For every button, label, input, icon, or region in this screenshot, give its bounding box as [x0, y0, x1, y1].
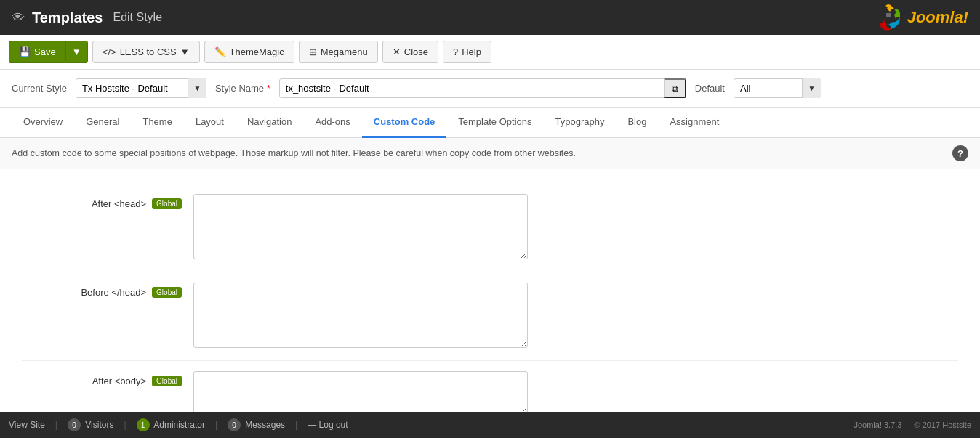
tab-typography[interactable]: Typography — [543, 108, 616, 138]
eye-icon: 👁 — [12, 10, 25, 25]
logout-group: — Log out — [308, 420, 348, 430]
help-icon: ? — [453, 46, 458, 57]
messages-group: 0 Messages — [228, 418, 285, 431]
style-name-input-wrap: ⧉ — [279, 78, 686, 98]
page-title: Templates — [32, 9, 103, 26]
tab-template-options[interactable]: Template Options — [446, 108, 543, 138]
messages-link[interactable]: Messages — [245, 420, 285, 430]
before-close-head-global-badge: Global — [152, 287, 182, 298]
save-dropdown-button[interactable]: ▼ — [65, 41, 88, 63]
help-circle-icon[interactable]: ? — [952, 145, 968, 161]
save-button[interactable]: 💾 Save — [9, 41, 65, 63]
top-bar: 👁 Templates Edit Style Joomla! — [0, 0, 980, 35]
tab-overview[interactable]: Overview — [12, 108, 74, 138]
joomla-icon-svg — [874, 3, 903, 32]
help-button[interactable]: ? Help — [443, 41, 491, 63]
megamenu-button[interactable]: ⊞ Megamenu — [299, 41, 378, 63]
current-style-label: Current Style — [12, 83, 67, 94]
toolbar: 💾 Save ▼ </> LESS to CSS ▼ ✏️ ThemeMagic… — [0, 35, 980, 70]
current-style-select-wrap: Tx Hostsite - Default ▼ — [76, 78, 206, 98]
before-close-head-textarea[interactable] — [193, 283, 528, 348]
after-head-input-wrap — [193, 194, 528, 261]
default-label: Default — [695, 83, 725, 94]
joomla-text: Joomla! — [907, 8, 968, 27]
tab-layout[interactable]: Layout — [184, 108, 236, 138]
before-close-head-input-wrap — [193, 283, 528, 350]
style-name-input[interactable] — [279, 78, 686, 98]
default-select-wrap: All ▼ — [734, 78, 821, 98]
messages-count-badge: 0 — [228, 418, 241, 431]
visitors-group: 0 Visitors — [68, 418, 113, 431]
close-icon: ✕ — [393, 46, 401, 57]
footer-divider-4: | — [295, 420, 297, 430]
wand-icon: ✏️ — [214, 46, 226, 57]
save-icon: 💾 — [19, 46, 31, 57]
top-bar-left: 👁 Templates Edit Style — [12, 9, 162, 26]
administrator-group: 1 Administrator — [137, 418, 205, 431]
current-style-select[interactable]: Tx Hostsite - Default — [76, 78, 206, 98]
theme-magic-button[interactable]: ✏️ ThemeMagic — [204, 41, 294, 63]
before-close-head-label-wrap: Before </head> Global — [22, 283, 182, 298]
style-name-copy-button[interactable]: ⧉ — [664, 78, 686, 98]
after-body-input-wrap — [193, 371, 528, 417]
style-name-label: Style Name * — [215, 83, 270, 94]
info-bar-text: Add custom code to some special position… — [12, 148, 576, 158]
logout-arrow-icon: — — [308, 420, 316, 430]
footer-divider-2: | — [124, 420, 126, 430]
after-head-textarea[interactable] — [193, 194, 528, 259]
style-row: Current Style Tx Hostsite - Default ▼ St… — [0, 70, 980, 108]
tab-theme[interactable]: Theme — [131, 108, 183, 138]
close-button[interactable]: ✕ Close — [382, 41, 438, 63]
footer-divider-1: | — [55, 420, 57, 430]
default-select[interactable]: All — [734, 78, 821, 98]
content-area: After <head> Global Before </head> Globa… — [0, 169, 980, 438]
tab-blog[interactable]: Blog — [616, 108, 658, 138]
less-to-css-button[interactable]: </> LESS to CSS ▼ — [92, 41, 200, 63]
tab-assignment[interactable]: Assignment — [658, 108, 731, 138]
info-bar: Add custom code to some special position… — [0, 138, 980, 169]
footer: View Site | 0 Visitors | 1 Administrator… — [0, 412, 980, 438]
visitors-count-badge: 0 — [68, 418, 81, 431]
after-head-global-badge: Global — [152, 198, 182, 209]
after-body-textarea[interactable] — [193, 371, 528, 415]
after-body-global-badge: Global — [152, 376, 182, 386]
footer-left: View Site | 0 Visitors | 1 Administrator… — [9, 418, 348, 431]
after-head-label-wrap: After <head> Global — [22, 194, 182, 209]
tabs-bar: Overview General Theme Layout Navigation… — [0, 108, 980, 138]
before-close-head-row: Before </head> Global — [22, 272, 958, 361]
administrator-link[interactable]: Administrator — [153, 420, 205, 430]
tab-navigation[interactable]: Navigation — [236, 108, 303, 138]
footer-divider-3: | — [215, 420, 217, 430]
page-subtitle: Edit Style — [113, 11, 162, 24]
less-to-css-dropdown-icon: ▼ — [180, 46, 190, 57]
save-button-group[interactable]: 💾 Save ▼ — [9, 41, 88, 63]
administrator-count-badge: 1 — [137, 418, 150, 431]
tab-custom-code[interactable]: Custom Code — [362, 108, 447, 138]
joomla-logo: Joomla! — [874, 3, 968, 32]
visitors-link[interactable]: Visitors — [85, 420, 113, 430]
view-site-link[interactable]: View Site — [9, 420, 45, 430]
code-icon: </> — [103, 46, 116, 57]
megamenu-icon: ⊞ — [309, 46, 317, 57]
before-close-head-label: Before </head> — [81, 287, 146, 298]
after-body-label: After <body> — [92, 376, 146, 386]
after-head-row: After <head> Global — [22, 184, 958, 272]
tab-add-ons[interactable]: Add-ons — [303, 108, 361, 138]
logout-link[interactable]: — Log out — [308, 420, 348, 430]
tab-general[interactable]: General — [74, 108, 131, 138]
after-body-label-wrap: After <body> Global — [22, 371, 182, 386]
footer-copyright: Joomla! 3.7.3 — © 2017 Hostsite — [854, 421, 971, 429]
after-head-label: After <head> — [92, 198, 146, 209]
